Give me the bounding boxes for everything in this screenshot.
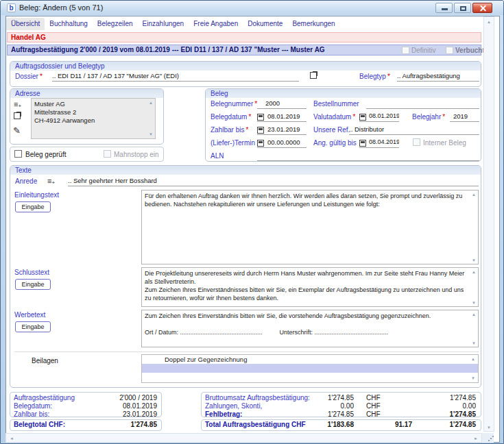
scroll-up-icon[interactable]: ▲ bbox=[470, 312, 477, 317]
maximize-button[interactable] bbox=[454, 3, 471, 13]
belegtyp-field[interactable]: .. Auftragsbestätigung bbox=[397, 71, 479, 82]
beleg-geprueft-label: Beleg geprüft bbox=[25, 151, 67, 158]
maximize-icon bbox=[460, 6, 466, 11]
schlusstext-eingabe-button[interactable]: Eingabe bbox=[15, 279, 51, 290]
belegtotal-value: 1'274.85 bbox=[76, 421, 157, 428]
summary-label: Zahlbar bis: bbox=[14, 410, 49, 418]
list-item-selected[interactable] bbox=[142, 364, 478, 373]
werbetext-textarea[interactable]: Zum Zeichen Ihres Einverständnis bitten … bbox=[141, 310, 479, 347]
scroll-down-icon[interactable]: ▼ bbox=[470, 300, 477, 306]
scroll-up-icon[interactable]: ▲ bbox=[485, 19, 492, 25]
anrede-lookup-icon[interactable]: ≡+ bbox=[47, 177, 55, 186]
app-icon: b bbox=[7, 3, 16, 12]
tab-einzahlungen[interactable]: Einzahlungen bbox=[138, 18, 189, 30]
summary-label: Belegdatum: bbox=[14, 402, 52, 410]
dossier-label: Dossier* bbox=[15, 73, 43, 80]
werbetext-label: Werbetext bbox=[14, 311, 45, 319]
scroll-up-icon[interactable]: ▲ bbox=[147, 100, 154, 106]
belegjahr-field[interactable]: 2019 bbox=[450, 112, 479, 122]
einleitungstext-eingabe-button[interactable]: Eingabe bbox=[15, 201, 51, 212]
title-bar[interactable]: b Beleg: Ändern (5 von 71) bbox=[1, 1, 503, 15]
belegnummer-field[interactable]: 2000 bbox=[257, 99, 307, 109]
werbetext-eingabe-button[interactable]: Eingabe bbox=[15, 321, 51, 332]
tab-bemerkungen[interactable]: Bemerkungen bbox=[287, 18, 339, 30]
tab-uebersicht[interactable]: Übersicht bbox=[6, 18, 45, 30]
liefer-termin-field[interactable]: 00.00.0000 bbox=[257, 138, 307, 148]
mahnstopp-label: Mahnstopp ein bbox=[114, 151, 159, 158]
tab-bar: Übersicht Buchhaltung Belegzeilen Einzah… bbox=[6, 18, 340, 30]
texte-group-title: Texte bbox=[15, 166, 32, 174]
list-item[interactable]: Doppel zur Gegenzeichnung bbox=[142, 355, 478, 364]
valutadatum-field[interactable]: 08.01.2019 bbox=[359, 112, 399, 122]
horizontal-scrollbar[interactable] bbox=[5, 433, 482, 443]
scroll-down-icon[interactable]: ▼ bbox=[147, 132, 154, 137]
scroll-up-icon[interactable]: ▲ bbox=[470, 269, 477, 275]
summary-label: Zahlungen, Skonti, bbox=[205, 402, 262, 410]
dossier-field[interactable]: .. EDI D11 / 137 / AD 137 "Muster AG" (E… bbox=[52, 71, 299, 82]
schlusstext-textarea[interactable]: Die Projektleitung unserereseits wird du… bbox=[141, 267, 479, 307]
unsere-ref-label: Unsere Ref. bbox=[313, 126, 350, 134]
anrede-label: Anrede bbox=[15, 177, 37, 185]
interner-beleg-checkbox bbox=[413, 138, 420, 146]
scroll-down-icon[interactable]: ▼ bbox=[470, 341, 477, 346]
open-dossier-icon[interactable] bbox=[310, 71, 317, 79]
definitiv-checkbox bbox=[402, 47, 409, 54]
belegtotal-label: Belegtotal CHF: bbox=[14, 421, 65, 428]
summary-value: 1'274.85 bbox=[289, 394, 354, 402]
minimize-button[interactable] bbox=[435, 3, 453, 13]
beleg-group-title: Beleg bbox=[211, 90, 228, 97]
scroll-down-icon[interactable]: ▼ bbox=[485, 425, 492, 430]
window-title: Beleg: Ändern (5 von 71) bbox=[19, 3, 103, 12]
adresse-group-title: Adresse bbox=[15, 90, 40, 97]
beilagen-label: Beilagen bbox=[32, 357, 58, 365]
vertical-scrollbar[interactable] bbox=[483, 16, 494, 432]
schlusstext-label: Schlusstext bbox=[14, 269, 49, 276]
address-textarea[interactable]: Muster AG Mittelstrasse 2 CH-4912 Aarwan… bbox=[31, 98, 156, 139]
unsere-ref-field[interactable]: .. Distributor bbox=[349, 125, 479, 135]
summary-value: 23.01.2019 bbox=[76, 410, 157, 418]
valutadatum-label: Valutadatum* bbox=[313, 113, 355, 121]
bestellnummer-field[interactable] bbox=[366, 99, 479, 109]
scroll-up-icon[interactable]: ▲ bbox=[470, 356, 477, 362]
currency-label: CHF bbox=[366, 410, 381, 418]
address-edit-pencil-icon[interactable]: ✎ bbox=[13, 127, 21, 134]
tab-belegzeilen[interactable]: Belegzeilen bbox=[93, 18, 138, 30]
currency-label: CHF bbox=[366, 394, 381, 402]
einleitungstext-textarea[interactable]: Für den erhaltenen Auftrag danken wir Ih… bbox=[141, 190, 479, 264]
total-value: 1'183.68 bbox=[289, 421, 354, 428]
aln-label: ALN bbox=[211, 152, 224, 160]
aln-field[interactable] bbox=[257, 151, 479, 161]
anrede-field[interactable]: .. Sehr geehrter Herr Bosshard bbox=[68, 176, 479, 186]
resize-grip[interactable] bbox=[488, 440, 490, 441]
address-open-icon[interactable] bbox=[14, 112, 21, 119]
definitiv-label: Definitiv bbox=[411, 47, 436, 54]
summary-value: 1'274.85 bbox=[381, 394, 476, 402]
scroll-left-icon[interactable]: ◄ bbox=[8, 436, 15, 441]
summary-value: 2'000 / 2019 bbox=[76, 394, 157, 402]
address-add-icon[interactable]: ≡+ bbox=[14, 101, 21, 110]
total-value: 1'274.85 bbox=[381, 421, 476, 428]
summary-value: 0.00 bbox=[289, 402, 354, 410]
liefer-termin-label: (Liefer-)Termin bbox=[211, 139, 255, 147]
belegjahr-label: Belegjahr* bbox=[412, 113, 445, 121]
list-item-empty[interactable] bbox=[142, 373, 478, 382]
minimize-icon bbox=[442, 8, 448, 10]
currency-label: CHF bbox=[366, 402, 381, 410]
scroll-up-icon[interactable]: ▲ bbox=[470, 192, 477, 197]
scroll-right-icon[interactable]: ► bbox=[472, 436, 479, 441]
scroll-down-icon[interactable]: ▼ bbox=[470, 258, 477, 263]
zahlbar-bis-field[interactable]: 23.01.2019 bbox=[257, 125, 307, 135]
tab-freie-angaben[interactable]: Freie Angaben bbox=[189, 18, 243, 30]
bestellnummer-label: Bestellnummer bbox=[313, 100, 359, 108]
tab-buchhaltung[interactable]: Buchhaltung bbox=[45, 18, 93, 30]
belegdatum-field[interactable]: 08.01.2019 bbox=[257, 112, 307, 122]
tab-dokumente[interactable]: Dokumente bbox=[243, 18, 287, 30]
beleg-geprueft-checkbox[interactable] bbox=[14, 150, 22, 158]
window: b Beleg: Ändern (5 von 71) Übersicht Buc… bbox=[0, 0, 504, 444]
zahlbar-bis-label: Zahlbar bis* bbox=[211, 126, 248, 134]
summary-label: Auftragsbestätigung bbox=[14, 394, 75, 402]
ang-gueltig-field[interactable]: 08.04.2019 bbox=[359, 138, 399, 148]
close-button[interactable] bbox=[472, 3, 492, 13]
fehlbetrag-label: Fehlbetrag: bbox=[205, 410, 242, 418]
scroll-down-icon[interactable]: ▼ bbox=[470, 375, 477, 381]
